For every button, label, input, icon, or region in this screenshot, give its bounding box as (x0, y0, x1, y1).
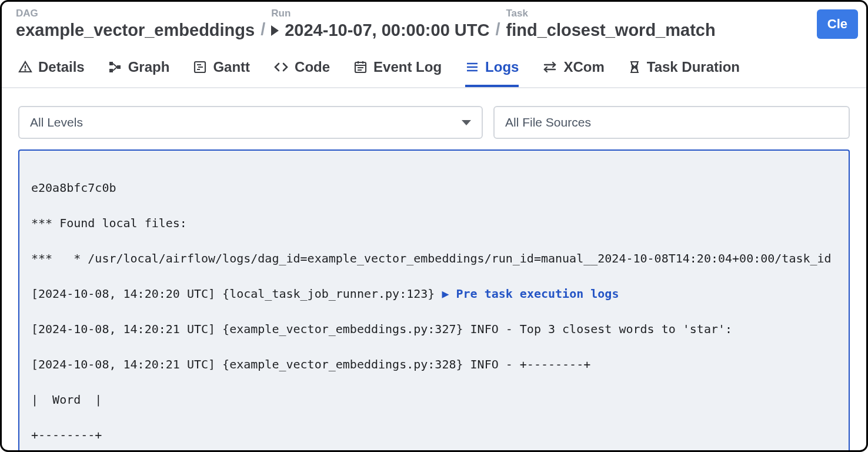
breadcrumb-task-value: find_closest_word_match (506, 21, 716, 40)
breadcrumb: DAG example_vector_embeddings / Run 2024… (2, 2, 866, 51)
log-line: [2024-10-08, 14:20:21 UTC] {example_vect… (31, 320, 837, 338)
calendar-icon (353, 60, 368, 74)
breadcrumb-run-label: Run (271, 8, 489, 19)
tab-taskduration[interactable]: Task Duration (628, 59, 740, 87)
warning-triangle-icon (18, 60, 32, 74)
tab-label: Graph (128, 59, 170, 75)
hourglass-icon (628, 60, 641, 74)
tab-label: Details (38, 59, 85, 75)
log-line: *** * /usr/local/airflow/logs/dag_id=exa… (31, 250, 837, 267)
tab-label: Gantt (213, 59, 250, 75)
log-line: *** Found local files: (31, 214, 837, 232)
breadcrumb-dag-value: example_vector_embeddings (16, 21, 255, 40)
tab-label: XCom (563, 59, 604, 75)
tab-xcom[interactable]: XCom (542, 59, 604, 87)
breadcrumb-dag[interactable]: DAG example_vector_embeddings (16, 8, 255, 40)
breadcrumb-run[interactable]: Run 2024-10-07, 00:00:00 UTC (271, 8, 489, 40)
tab-logs[interactable]: Logs (465, 59, 519, 87)
play-icon (271, 25, 279, 36)
svg-line-6 (113, 67, 117, 71)
log-line: | Word | (31, 391, 837, 408)
tab-graph[interactable]: Graph (108, 59, 170, 87)
filter-row: All Levels All File Sources (2, 88, 866, 149)
tab-gantt[interactable]: Gantt (193, 59, 250, 87)
expand-triangle-icon[interactable]: ▶ (442, 287, 456, 301)
breadcrumb-dag-label: DAG (16, 8, 255, 19)
file-source-select[interactable]: All File Sources (493, 106, 850, 139)
swap-arrows-icon (542, 60, 557, 74)
gantt-icon (193, 60, 207, 74)
tab-eventlog[interactable]: Event Log (353, 59, 442, 87)
log-line: [2024-10-08, 14:20:21 UTC] {example_vect… (31, 355, 837, 373)
breadcrumb-task[interactable]: Task find_closest_word_match (506, 8, 716, 40)
chevron-down-icon (462, 120, 471, 125)
code-icon (273, 60, 289, 74)
log-line: [2024-10-08, 14:20:20 UTC] {local_task_j… (31, 285, 837, 303)
log-output[interactable]: e20a8bfc7c0b *** Found local files: *** … (18, 149, 850, 452)
tab-label: Code (295, 59, 330, 75)
breadcrumb-task-label: Task (506, 8, 716, 19)
log-level-value: All Levels (30, 115, 83, 129)
breadcrumb-run-value: 2024-10-07, 00:00:00 UTC (285, 21, 489, 40)
tab-label: Task Duration (647, 59, 740, 75)
breadcrumb-separator: / (495, 19, 500, 40)
log-line: e20a8bfc7c0b (31, 179, 837, 197)
file-source-value: All File Sources (505, 115, 591, 129)
breadcrumb-separator: / (261, 19, 265, 40)
svg-rect-3 (109, 69, 113, 72)
svg-rect-4 (117, 65, 121, 69)
svg-line-5 (113, 64, 117, 67)
svg-point-1 (25, 69, 25, 70)
log-line: +--------+ (31, 426, 837, 444)
tab-label: Logs (485, 59, 519, 75)
pre-task-logs-link[interactable]: Pre task execution logs (456, 287, 619, 301)
clear-button[interactable]: Cle (817, 9, 858, 39)
tab-bar: Details Graph Gantt Code Event Log Logs (2, 51, 866, 88)
tab-code[interactable]: Code (273, 59, 330, 87)
list-icon (465, 60, 479, 74)
svg-rect-2 (109, 62, 113, 65)
log-level-select[interactable]: All Levels (18, 106, 483, 139)
tab-details[interactable]: Details (18, 59, 85, 87)
tab-label: Event Log (373, 59, 442, 75)
graph-nodes-icon (108, 60, 122, 74)
